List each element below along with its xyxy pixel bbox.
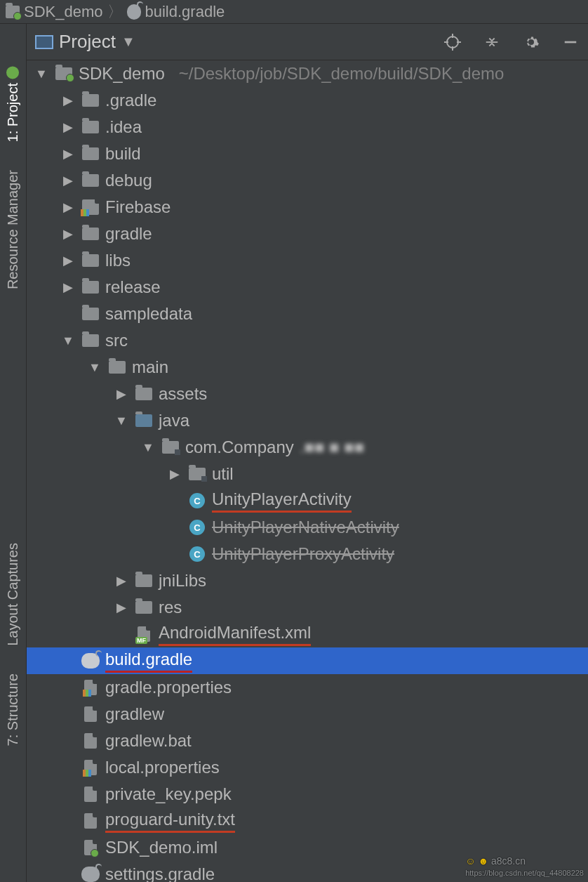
- tree-item-manifest[interactable]: ▶AndroidManifest.xml: [27, 621, 588, 647]
- tab-structure[interactable]: 7: Structure: [5, 673, 21, 746]
- folder-icon: [81, 173, 100, 188]
- project-view-icon: [35, 35, 53, 49]
- gradle-file-icon: [127, 5, 141, 19]
- tree-item-package[interactable]: ▼com.Company.■■ ■ ■■: [27, 434, 588, 461]
- properties-file-icon: [81, 680, 100, 695]
- tree-item-class[interactable]: ▶CUnityPlayerNativeActivity: [27, 514, 588, 541]
- folder-icon: [81, 199, 100, 215]
- tree-item[interactable]: ▶gradlew.bat: [27, 728, 588, 754]
- tree-root[interactable]: ▼ SDK_demo ~/Desktop/job/SDK_demo/build/…: [27, 60, 588, 87]
- folder-icon: [81, 306, 100, 322]
- folder-icon: [135, 600, 153, 615]
- watermark: ☺ ☻ a8c8.cn https://blog.csdn.net/qq_448…: [465, 855, 584, 878]
- module-folder-icon: [55, 66, 73, 81]
- tree-item[interactable]: ▶Firebase: [27, 194, 588, 220]
- minimize-icon[interactable]: [561, 33, 580, 51]
- manifest-file-icon: [135, 626, 153, 642]
- tree-item[interactable]: ▶sampledata: [27, 301, 588, 327]
- iml-file-icon: [81, 840, 100, 855]
- tree-item-main[interactable]: ▼main: [27, 354, 588, 381]
- tree-item[interactable]: ▶.idea: [27, 114, 588, 140]
- tree-item[interactable]: ▶build: [27, 140, 588, 167]
- chevron-down-icon[interactable]: ▼: [114, 414, 129, 428]
- tree-item-assets[interactable]: ▶assets: [27, 381, 588, 407]
- tree-root-path: ~/Desktop/job/SDK_demo/build/SDK_demo: [179, 64, 505, 84]
- tree-item[interactable]: ▶proguard-unity.txt: [27, 808, 588, 834]
- folder-icon: [135, 573, 153, 588]
- class-icon: C: [188, 520, 206, 535]
- project-tree[interactable]: ▼ SDK_demo ~/Desktop/job/SDK_demo/build/…: [27, 60, 588, 882]
- breadcrumb: SDK_demo 〉 build.gradle: [0, 0, 588, 24]
- tree-item[interactable]: ▶.gradle: [27, 87, 588, 114]
- tree-item[interactable]: ▶private_key.pepk: [27, 781, 588, 808]
- chevron-right-icon[interactable]: ▶: [60, 226, 76, 242]
- folder-icon: [81, 119, 100, 135]
- chevron-right-icon[interactable]: ▶: [60, 93, 76, 108]
- chevron-right-icon[interactable]: ▶: [60, 146, 76, 162]
- tree-item[interactable]: ▶release: [27, 274, 588, 301]
- chevron-right-icon[interactable]: ▶: [60, 119, 76, 135]
- tree-item-src[interactable]: ▼src: [27, 327, 588, 354]
- folder-icon: [81, 279, 100, 295]
- chevron-right-icon[interactable]: ▶: [114, 573, 129, 588]
- breadcrumb-file[interactable]: build.gradle: [145, 3, 225, 21]
- chevron-right-icon[interactable]: ▶: [114, 600, 129, 615]
- tree-item[interactable]: ▶gradlew: [27, 701, 588, 728]
- project-folder-icon: [6, 5, 20, 19]
- tree-item-jnilibs[interactable]: ▶jniLibs: [27, 567, 588, 594]
- file-icon: [81, 813, 100, 829]
- chevron-down-icon[interactable]: ▼: [140, 440, 156, 455]
- tree-item-res[interactable]: ▶res: [27, 594, 588, 621]
- folder-icon: [81, 333, 100, 348]
- file-icon: [81, 706, 100, 722]
- tab-resource-manager[interactable]: Resource Manager: [5, 170, 21, 289]
- view-selector[interactable]: Project ▼: [35, 31, 135, 53]
- folder-icon: [81, 93, 100, 108]
- chevron-down-icon: ▼: [121, 34, 135, 50]
- redacted-text: .■■ ■ ■■: [300, 437, 364, 457]
- tree-root-name: SDK_demo: [79, 64, 165, 84]
- tree-item[interactable]: ▶gradle.properties: [27, 674, 588, 701]
- tree-item-java[interactable]: ▼java: [27, 407, 588, 434]
- tree-item[interactable]: ▶libs: [27, 247, 588, 274]
- svg-point-0: [447, 37, 458, 48]
- class-icon: C: [188, 546, 206, 562]
- folder-icon: [81, 253, 100, 268]
- folder-icon: [135, 413, 153, 428]
- chevron-right-icon[interactable]: ▶: [114, 386, 129, 402]
- gear-icon[interactable]: [522, 33, 540, 51]
- tree-item[interactable]: ▶gradle: [27, 220, 588, 247]
- class-icon: C: [188, 493, 206, 508]
- package-icon: [161, 440, 180, 455]
- collapse-icon[interactable]: [483, 33, 501, 51]
- chevron-right-icon[interactable]: ▶: [167, 466, 182, 482]
- folder-icon: [108, 360, 126, 375]
- tree-item-build-gradle[interactable]: ▶build.gradle: [27, 647, 588, 674]
- chevron-right-icon[interactable]: ▶: [60, 199, 76, 215]
- target-icon[interactable]: [443, 33, 462, 51]
- gradle-file-icon: [81, 867, 100, 882]
- chevron-down-icon[interactable]: ▼: [34, 67, 49, 81]
- tree-item[interactable]: ▶local.properties: [27, 754, 588, 781]
- chevron-right-icon[interactable]: ▶: [60, 173, 76, 188]
- tree-item-class[interactable]: ▶CUnityPlayerActivity: [27, 487, 588, 514]
- tree-item-class[interactable]: ▶CUnityPlayerProxyActivity: [27, 541, 588, 567]
- tab-layout-captures[interactable]: Layout Captures: [5, 543, 21, 646]
- file-icon: [81, 733, 100, 749]
- chevron-right-icon[interactable]: ▶: [60, 253, 76, 268]
- file-icon: [81, 786, 100, 802]
- folder-icon: [81, 146, 100, 162]
- tab-project[interactable]: 1: Project: [5, 66, 21, 142]
- tree-item-util[interactable]: ▶util: [27, 461, 588, 487]
- tree-item[interactable]: ▶debug: [27, 167, 588, 194]
- breadcrumb-project[interactable]: SDK_demo: [24, 3, 103, 21]
- left-tool-strip: 1: Project Resource Manager Layout Captu…: [0, 24, 27, 882]
- view-selector-label: Project: [59, 31, 116, 53]
- chevron-right-icon[interactable]: ▶: [60, 279, 76, 295]
- package-icon: [188, 466, 206, 482]
- folder-icon: [135, 386, 153, 402]
- chevron-right-icon: 〉: [107, 1, 123, 22]
- chevron-down-icon[interactable]: ▼: [87, 360, 102, 375]
- project-toolbar: Project ▼: [27, 24, 588, 60]
- chevron-down-icon[interactable]: ▼: [60, 334, 76, 348]
